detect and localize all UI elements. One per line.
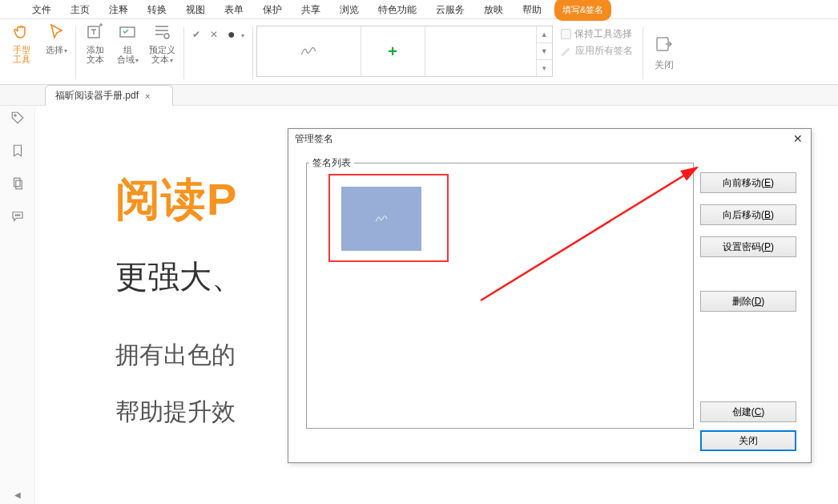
document-tab[interactable]: 福昕阅读器手册.pdf × — [45, 85, 173, 106]
signature-list-label: 签名列表 — [309, 156, 354, 170]
cursor-icon — [46, 22, 66, 42]
add-text-icon — [86, 22, 105, 42]
keep-tool-checkbox[interactable]: 保持工具选择 — [561, 27, 633, 41]
menu-protect[interactable]: 保护 — [253, 0, 292, 19]
check-mark-icon[interactable]: ✔ — [192, 29, 200, 40]
svg-point-4 — [14, 115, 15, 116]
predef-text-button[interactable]: 预定义 文本 — [143, 22, 180, 84]
menu-play[interactable]: 放映 — [474, 0, 513, 19]
svg-rect-1 — [120, 27, 135, 37]
svg-rect-5 — [14, 178, 20, 187]
svg-point-2 — [164, 34, 169, 38]
gallery-scroll: ▲ ▼ ▾ — [536, 26, 552, 76]
signature-item-highlighted[interactable] — [328, 174, 449, 262]
add-signature-button[interactable]: + — [361, 26, 425, 76]
combine-field-icon — [118, 22, 137, 42]
dialog-close-button[interactable]: ✕ — [790, 132, 806, 145]
signature-options: 保持工具选择 应用所有签名 — [553, 22, 639, 84]
dialog-title: 管理签名 — [295, 132, 333, 146]
tab-close-icon[interactable]: × — [145, 91, 150, 101]
dot-mark-icon[interactable]: ● — [228, 27, 236, 42]
x-mark-icon[interactable]: ✕ — [205, 29, 223, 40]
menu-view[interactable]: 视图 — [176, 0, 215, 19]
add-text-button[interactable]: 添加 文本 — [79, 22, 111, 84]
menu-convert[interactable]: 转换 — [138, 0, 176, 19]
menu-fill-sign[interactable]: 填写&签名 — [554, 0, 611, 21]
sidebar-comments-icon[interactable] — [10, 209, 25, 226]
mark-more[interactable] — [240, 29, 244, 40]
svg-point-9 — [18, 215, 19, 216]
menu-file[interactable]: 文件 — [22, 0, 61, 19]
sidebar: ◀ — [0, 106, 35, 504]
close-panel-icon — [655, 34, 674, 54]
dialog-buttons-top: 向前移动(E) 向后移动(B) 设置密码(P) 删除(D) — [700, 172, 796, 312]
mark-tools-row: ✔ ✕ ● — [192, 24, 244, 42]
close-dialog-button[interactable]: 关闭 — [700, 430, 796, 451]
ribbon-close-button[interactable]: 关闭 — [647, 22, 682, 84]
hand-icon — [12, 22, 31, 42]
tab-title: 福昕阅读器手册.pdf — [55, 89, 139, 103]
gallery-scroll-down[interactable]: ▼ — [537, 43, 552, 60]
menu-home[interactable]: 主页 — [61, 0, 99, 19]
combine-field-button[interactable]: 组 合域 — [111, 22, 143, 84]
apply-all-signatures[interactable]: 应用所有签名 — [561, 44, 633, 58]
sidebar-pages-icon[interactable] — [10, 176, 25, 193]
select-tool-button[interactable]: 选择 — [40, 22, 72, 84]
menubar: 文件 主页 注释 转换 视图 表单 保护 共享 浏览 特色功能 云服务 放映 帮… — [0, 0, 838, 19]
signature-item-selected[interactable] — [341, 187, 421, 251]
delete-button[interactable]: 删除(D) — [700, 291, 796, 312]
sidebar-expand[interactable]: ◀ — [14, 490, 21, 504]
signature-scribble-icon — [298, 41, 319, 62]
hand-tool-button[interactable]: 手型 工具 — [3, 22, 40, 84]
set-password-button[interactable]: 设置密码(P) — [700, 236, 796, 257]
dialog-buttons-bottom: 创建(C) 关闭 — [700, 401, 796, 451]
signature-gallery: + ▲ ▼ ▾ — [256, 26, 553, 77]
ribbon: 手型 工具 选择 添加 文本 组 合域 预定义 文本 ✔ ✕ ● + — [0, 19, 838, 85]
menu-help[interactable]: 帮助 — [513, 0, 551, 19]
dialog-titlebar: 管理签名 ✕ — [288, 129, 811, 148]
menu-form[interactable]: 表单 — [215, 0, 253, 19]
create-button[interactable]: 创建(C) — [700, 401, 796, 422]
svg-point-8 — [17, 215, 18, 216]
sidebar-bookmark-icon[interactable] — [10, 143, 25, 160]
gallery-scroll-up[interactable]: ▲ — [537, 26, 552, 43]
menu-browse[interactable]: 浏览 — [330, 0, 369, 19]
menu-annot[interactable]: 注释 — [99, 0, 138, 19]
menu-cloud[interactable]: 云服务 — [426, 0, 474, 19]
menu-share[interactable]: 共享 — [292, 0, 330, 19]
svg-point-7 — [15, 215, 16, 216]
manage-signatures-dialog: 管理签名 ✕ 签名列表 向前移动(E) 向后移动(B) 设置密码(P) 删除(D… — [288, 128, 812, 463]
menu-special[interactable]: 特色功能 — [369, 0, 426, 19]
signature-thumb-1[interactable] — [257, 26, 361, 76]
svg-rect-6 — [15, 180, 22, 189]
gallery-more[interactable]: ▾ — [537, 60, 552, 76]
signature-scribble-icon — [373, 211, 389, 227]
move-forward-button[interactable]: 向前移动(E) — [700, 172, 796, 193]
predef-text-icon — [152, 22, 171, 42]
pen-icon — [561, 46, 572, 57]
move-back-button[interactable]: 向后移动(B) — [700, 204, 796, 225]
sidebar-tag-icon[interactable] — [10, 111, 25, 127]
tabstrip: 福昕阅读器手册.pdf × — [0, 85, 838, 106]
